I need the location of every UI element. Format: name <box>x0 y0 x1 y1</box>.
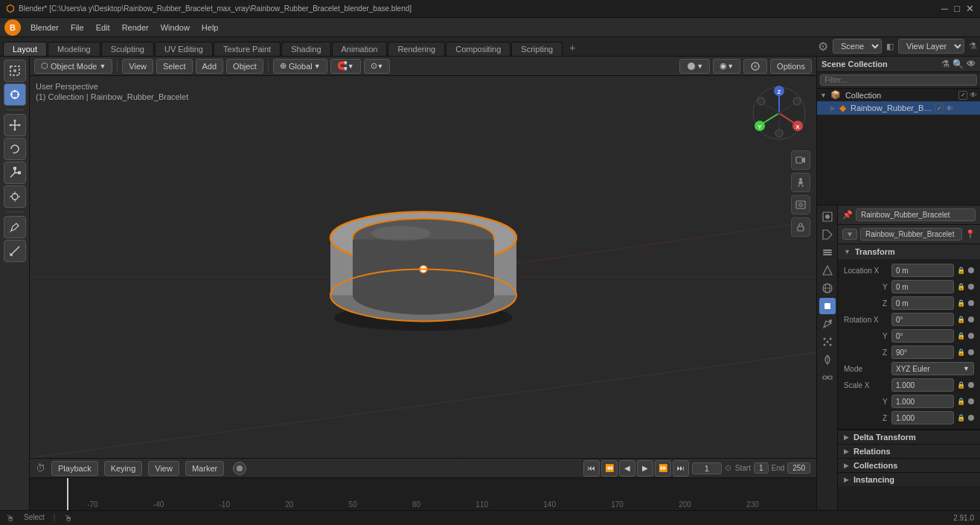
select-menu-button[interactable]: Select <box>156 59 193 74</box>
outliner-object-item[interactable]: ▶ ◆ Rainbow_Rubber_Br... ✓ 👁 <box>817 101 980 115</box>
prop-tab-particles[interactable] <box>819 334 836 350</box>
scale-x-value[interactable]: 1.000 <box>891 378 954 392</box>
outliner-filter-icon[interactable]: ⚗ <box>941 59 949 69</box>
step-forward-button[interactable]: ⏩ <box>655 460 671 477</box>
tool-select-box[interactable] <box>4 60 26 82</box>
object-name-input[interactable]: Rainbow_Rubber_Bracelet <box>856 209 976 221</box>
collections-section[interactable]: ▶ Collections <box>838 458 980 472</box>
tool-cursor[interactable] <box>4 83 26 106</box>
play-reverse-button[interactable]: ◀ <box>619 460 635 477</box>
prop-tab-modifiers[interactable] <box>819 316 836 332</box>
playback-menu[interactable]: Playback <box>51 461 98 476</box>
menu-help[interactable]: Help <box>196 22 224 34</box>
rotation-x-lock[interactable]: 🔒 <box>957 316 965 323</box>
blender-logo-menu[interactable]: B <box>4 19 21 36</box>
delta-transform-section[interactable]: ▶ Delta Transform <box>838 430 980 444</box>
rotation-z-value[interactable]: 90° <box>891 346 954 359</box>
location-y-lock[interactable]: 🔒 <box>957 283 965 290</box>
tab-compositing[interactable]: Compositing <box>446 42 510 56</box>
rotation-x-value[interactable]: 0° <box>891 313 954 326</box>
scene-selector[interactable]: Scene <box>833 39 882 54</box>
tab-texture-paint[interactable]: Texture Paint <box>214 42 281 56</box>
record-key-button[interactable] <box>233 462 246 475</box>
location-x-lock[interactable]: 🔒 <box>957 267 965 274</box>
tab-scripting[interactable]: Scripting <box>511 42 563 56</box>
frame-clock-icon[interactable]: ⏲ <box>725 464 732 472</box>
menu-blender[interactable]: Blender <box>25 22 64 34</box>
scale-z-value[interactable]: 1.000 <box>891 411 954 424</box>
view-layer-selector[interactable]: View Layer <box>898 39 964 54</box>
title-bar-controls[interactable]: ─ □ ✕ <box>941 3 974 14</box>
viewport-shading-button[interactable]: ▼ <box>679 59 710 74</box>
tab-uv-editing[interactable]: UV Editing <box>155 42 213 56</box>
menu-file[interactable]: File <box>65 22 89 34</box>
overlay-button[interactable]: ◉ ▼ <box>713 59 740 74</box>
current-frame-display[interactable]: 1 <box>692 462 722 474</box>
timeline-content[interactable]: -70-40-102050 80110140170200230 <box>30 478 816 510</box>
relations-section[interactable]: ▶ Relations <box>838 444 980 458</box>
xray-button[interactable] <box>743 59 767 74</box>
object-eye-icon[interactable]: 👁 <box>946 104 953 112</box>
scale-y-value[interactable]: 1.000 <box>891 395 954 408</box>
location-y-value[interactable]: 0 m <box>891 280 954 293</box>
rotation-x-keyframe[interactable] <box>968 316 974 322</box>
viewport-canvas[interactable]: User Perspective (1) Collection | Rainbo… <box>30 76 816 458</box>
maximize-button[interactable]: □ <box>954 3 960 14</box>
collection-vis-check[interactable]: ✓ <box>958 91 967 100</box>
mesh-name-input[interactable]: Rainbow_Rubber_Bracelet <box>860 228 962 241</box>
outliner-search-icon[interactable]: 🔍 <box>952 59 964 69</box>
object-vis-check[interactable]: ✓ <box>935 104 944 112</box>
rotation-y-keyframe[interactable] <box>968 333 974 339</box>
rotation-y-value[interactable]: 0° <box>891 329 954 343</box>
location-z-keyframe[interactable] <box>968 300 974 306</box>
prop-tab-object[interactable] <box>819 298 836 314</box>
location-x-keyframe[interactable] <box>968 267 974 273</box>
prop-tab-render[interactable] <box>819 209 836 225</box>
marker-menu[interactable]: Marker <box>185 461 224 476</box>
menu-edit[interactable]: Edit <box>91 22 115 34</box>
tool-measure[interactable] <box>4 240 26 262</box>
snap-button[interactable]: 🧲 ▼ <box>330 59 361 74</box>
object-pin-icon[interactable]: 📌 <box>842 210 853 220</box>
rotation-mode-dropdown[interactable]: XYZ Euler ▼ <box>891 362 974 375</box>
jump-end-button[interactable]: ⏭ <box>673 460 689 477</box>
instancing-section[interactable]: ▶ Instancing <box>838 472 980 486</box>
prop-tab-view-layer[interactable] <box>819 244 836 261</box>
location-z-lock[interactable]: 🔒 <box>957 299 965 307</box>
outliner-collection-item[interactable]: ▼ 📦 Collection ✓ 👁 <box>817 89 980 101</box>
menu-render[interactable]: Render <box>117 22 154 34</box>
tab-layout[interactable]: Layout <box>3 42 47 56</box>
tool-scale[interactable] <box>4 162 26 184</box>
add-workspace-button[interactable]: + <box>563 39 581 56</box>
object-menu-button[interactable]: Object <box>226 59 263 74</box>
tab-modeling[interactable]: Modeling <box>48 42 100 56</box>
tool-annotate[interactable] <box>4 216 26 238</box>
view-menu-button[interactable]: View <box>122 59 153 74</box>
scale-y-lock[interactable]: 🔒 <box>957 398 965 405</box>
prop-tab-world[interactable] <box>819 280 836 296</box>
play-button[interactable]: ▶ <box>637 460 653 477</box>
location-y-keyframe[interactable] <box>968 284 974 290</box>
keying-menu[interactable]: Keying <box>104 461 143 476</box>
prop-tab-constraints[interactable] <box>819 369 836 386</box>
scale-x-keyframe[interactable] <box>968 382 974 388</box>
collection-eye-icon[interactable]: 👁 <box>970 91 977 99</box>
rotation-z-keyframe[interactable] <box>968 349 974 355</box>
rotation-y-lock[interactable]: 🔒 <box>957 332 965 340</box>
add-menu-button[interactable]: Add <box>196 59 224 74</box>
start-frame-input[interactable]: 1 <box>754 462 769 474</box>
mesh-type-dropdown[interactable]: ▼ <box>842 229 857 240</box>
tool-transform[interactable] <box>4 185 26 208</box>
jump-start-button[interactable]: ⏮ <box>583 460 600 477</box>
tab-sculpting[interactable]: Sculpting <box>101 42 154 56</box>
prop-tab-scene[interactable] <box>819 262 836 279</box>
menu-window[interactable]: Window <box>156 22 195 34</box>
lock-camera-button[interactable] <box>791 217 810 237</box>
minimize-button[interactable]: ─ <box>941 3 948 14</box>
navigation-gizmo[interactable]: Z X Y <box>749 83 809 143</box>
tab-rendering[interactable]: Rendering <box>388 42 445 56</box>
scale-z-keyframe[interactable] <box>968 415 974 421</box>
scale-y-keyframe[interactable] <box>968 398 974 404</box>
mesh-pin-button[interactable]: 📍 <box>965 229 976 239</box>
step-back-button[interactable]: ⏪ <box>601 460 618 477</box>
